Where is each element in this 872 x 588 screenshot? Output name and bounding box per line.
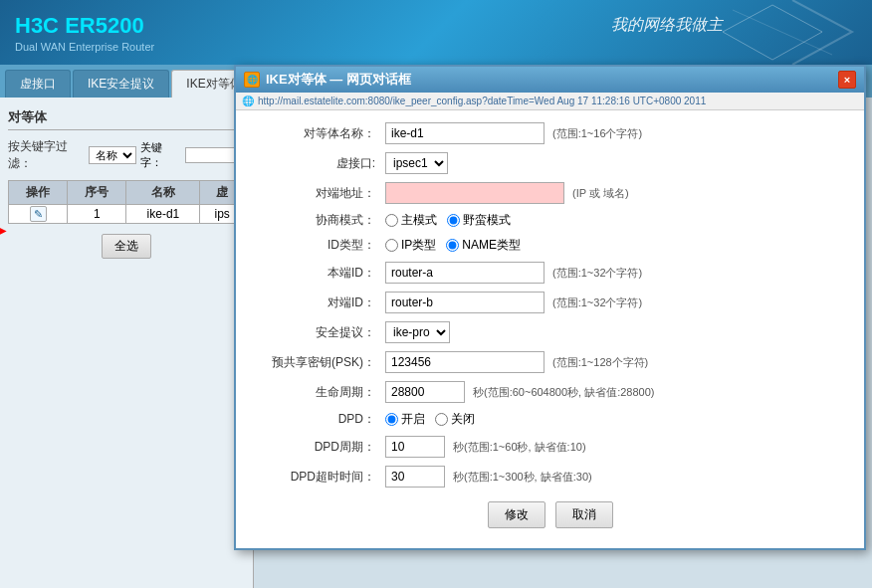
dpd-period-hint: 秒(范围:1~60秒, 缺省值:10) — [453, 440, 586, 455]
dpd-off-option[interactable]: 关闭 — [435, 411, 475, 428]
form-row-remote-id: 对端ID： (范围:1~32个字符) — [256, 292, 844, 313]
col-name: 名称 — [126, 181, 200, 205]
remote-id-input[interactable] — [385, 292, 545, 313]
iface-label: 虚接口: — [256, 155, 385, 172]
dialog-close-button[interactable]: × — [838, 71, 856, 89]
address-icon: 🌐 — [242, 96, 254, 106]
header-graphic — [673, 0, 872, 65]
dpd-timeout-input[interactable] — [385, 466, 445, 488]
dialog-address-bar: 🌐 http://mail.estatelite.com:8080/ike_pe… — [236, 93, 864, 110]
form-row-iface: 虚接口: ipsec1 — [256, 152, 844, 174]
dialog-title-icon: 🌐 — [244, 72, 260, 88]
dpd-on-option[interactable]: 开启 — [385, 411, 425, 428]
id-ip-option[interactable]: IP类型 — [385, 237, 436, 254]
id-type-label: ID类型： — [256, 237, 385, 254]
peer-table: 操作 序号 名称 虚 ✎ 1 ike-d1 ips — [8, 180, 245, 224]
id-name-option[interactable]: NAME类型 — [446, 237, 521, 254]
id-ip-label: IP类型 — [401, 237, 436, 254]
table-container: 操作 序号 名称 虚 ✎ 1 ike-d1 ips — [8, 180, 245, 224]
lifetime-input[interactable] — [385, 381, 465, 403]
form-row-mode: 协商模式： 主模式 野蛮模式 — [256, 212, 844, 229]
security-label: 安全提议： — [256, 324, 385, 341]
mode-aggressive-option[interactable]: 野蛮模式 — [447, 212, 511, 229]
remote-id-controls: (范围:1~32个字符) — [385, 292, 844, 313]
panel-title: 对等体 — [8, 105, 245, 130]
tab-ike-security[interactable]: IKE安全提议 — [73, 70, 169, 98]
dpd-on-label: 开启 — [401, 411, 425, 428]
form-row-lifetime: 生命周期： 秒(范围:60~604800秒, 缺省值:28800) — [256, 381, 844, 403]
iface-controls: ipsec1 — [385, 152, 844, 174]
form-row-dpd-period: DPD周期： 秒(范围:1~60秒, 缺省值:10) — [256, 436, 844, 458]
dpd-period-label: DPD周期： — [256, 439, 385, 456]
keyword-label: 关键字： — [140, 140, 181, 170]
remote-addr-hint: (IP 或 域名) — [572, 186, 629, 201]
header-logo: H3C ER5200 — [15, 13, 154, 39]
edit-icon[interactable]: ✎ — [30, 206, 47, 222]
modify-button[interactable]: 修改 — [488, 501, 545, 528]
form-row-remote-addr: 对端地址： (IP 或 域名) — [256, 182, 844, 204]
dpd-period-input[interactable] — [385, 436, 445, 458]
id-type-controls: IP类型 NAME类型 — [385, 237, 844, 254]
col-index: 序号 — [68, 181, 126, 205]
svg-line-0 — [733, 10, 832, 55]
select-all-button[interactable]: 全选 — [102, 234, 151, 259]
col-action: 操作 — [9, 181, 68, 205]
local-id-controls: (范围:1~32个字符) — [385, 262, 844, 284]
form-row-psk: 预共享密钥(PSK)： (范围:1~128个字符) — [256, 351, 844, 373]
iface-select[interactable]: ipsec1 — [385, 152, 448, 174]
row-action[interactable]: ✎ — [9, 205, 68, 224]
id-ip-radio[interactable] — [385, 239, 398, 252]
security-controls: ike-pro — [385, 321, 844, 343]
peer-name-input[interactable] — [385, 122, 545, 144]
psk-label: 预共享密钥(PSK)： — [256, 354, 385, 371]
lifetime-hint: 秒(范围:60~604800秒, 缺省值:28800) — [473, 385, 655, 400]
mode-main-label: 主模式 — [401, 212, 437, 229]
filter-select[interactable]: 名称 — [89, 146, 136, 164]
lifetime-controls: 秒(范围:60~604800秒, 缺省值:28800) — [385, 381, 844, 403]
form-row-dpd-timeout: DPD超时时间： 秒(范围:1~300秒, 缺省值:30) — [256, 466, 844, 488]
header: H3C ER5200 Dual WAN Enterprise Router 我的… — [0, 0, 872, 65]
local-id-hint: (范围:1~32个字符) — [552, 266, 642, 281]
mode-main-option[interactable]: 主模式 — [385, 212, 437, 229]
dpd-off-label: 关闭 — [451, 411, 475, 428]
security-select[interactable]: ike-pro — [385, 321, 450, 343]
tab-virtual-interface[interactable]: 虚接口 — [5, 70, 71, 98]
form-row-id-type: ID类型： IP类型 NAME类型 — [256, 237, 844, 254]
header-subtitle: Dual WAN Enterprise Router — [15, 41, 154, 53]
dpd-on-radio[interactable] — [385, 413, 398, 426]
dpd-off-radio[interactable] — [435, 413, 448, 426]
mode-label: 协商模式： — [256, 212, 385, 229]
remote-addr-label: 对端地址： — [256, 185, 385, 202]
dpd-period-controls: 秒(范围:1~60秒, 缺省值:10) — [385, 436, 844, 458]
form-row-dpd: DPD： 开启 关闭 — [256, 411, 844, 428]
dialog-title-text: IKE对等体 — 网页对话框 — [266, 71, 832, 89]
filter-row: 按关键字过滤： 名称 关键字： — [8, 138, 245, 172]
peer-name-label: 对等体名称： — [256, 125, 385, 142]
psk-input[interactable] — [385, 351, 545, 373]
table-row: ✎ 1 ike-d1 ips — [9, 205, 245, 224]
dialog-address-text: http://mail.estatelite.com:8080/ike_peer… — [258, 96, 706, 106]
ike-peer-dialog: 🌐 IKE对等体 — 网页对话框 × 🌐 http://mail.estatel… — [234, 65, 866, 550]
dpd-timeout-hint: 秒(范围:1~300秒, 缺省值:30) — [453, 470, 592, 485]
id-name-label: NAME类型 — [462, 237, 521, 254]
peer-name-hint: (范围:1~16个字符) — [552, 126, 642, 141]
dialog-body: 对等体名称： (范围:1~16个字符) 虚接口: ipsec1 对端地址： (I… — [236, 110, 864, 548]
row-arrow: ▶ — [0, 218, 5, 242]
mode-main-radio[interactable] — [385, 214, 398, 227]
cancel-button[interactable]: 取消 — [555, 501, 613, 528]
mode-aggressive-label: 野蛮模式 — [463, 212, 511, 229]
form-row-peer-name: 对等体名称： (范围:1~16个字符) — [256, 122, 844, 144]
dialog-titlebar: 🌐 IKE对等体 — 网页对话框 × — [236, 67, 864, 93]
dpd-controls: 开启 关闭 — [385, 411, 844, 428]
row-name: ike-d1 — [126, 205, 200, 224]
psk-controls: (范围:1~128个字符) — [385, 351, 844, 373]
left-panel: 对等体 按关键字过滤： 名称 关键字： 操作 序号 名称 虚 — [0, 98, 254, 588]
remote-addr-input[interactable] — [385, 182, 564, 204]
remote-addr-controls: (IP 或 域名) — [385, 182, 844, 204]
local-id-input[interactable] — [385, 262, 545, 284]
id-name-radio[interactable] — [446, 239, 459, 252]
mode-aggressive-radio[interactable] — [447, 214, 460, 227]
lifetime-label: 生命周期： — [256, 384, 385, 401]
dpd-timeout-label: DPD超时时间： — [256, 469, 385, 486]
peer-name-controls: (范围:1~16个字符) — [385, 122, 844, 144]
